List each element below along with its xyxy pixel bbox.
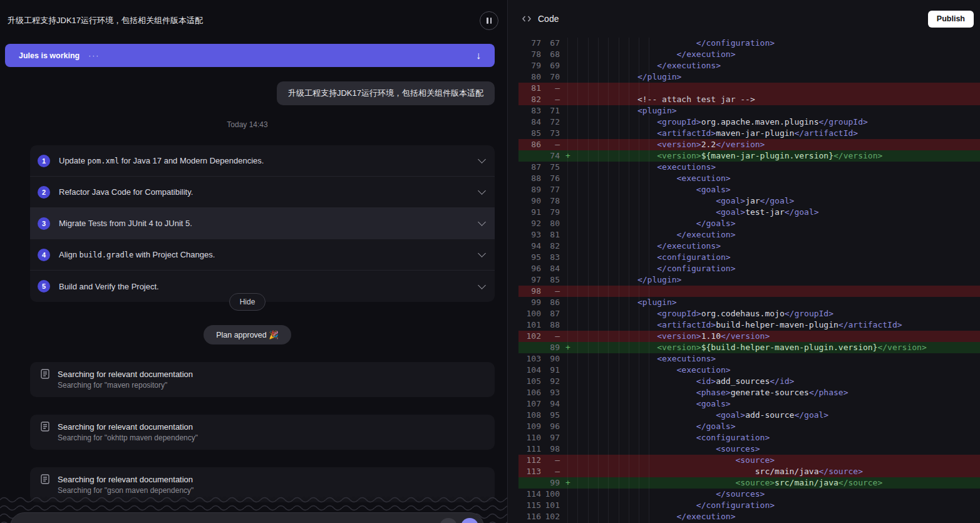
send-button[interactable] [461,518,478,523]
diff-line-ctx: 9078 <goal>jar</goal> [518,195,980,207]
line-number-old: 89 [518,184,545,195]
line-number-new: 99 [545,477,564,489]
tab-code[interactable]: Code [538,14,559,24]
message-input[interactable] [10,512,484,523]
chevron-down-icon[interactable] [478,155,486,163]
line-number-new: — [545,139,564,150]
diff-marker [564,398,572,410]
diff-marker [564,410,572,421]
activity-card[interactable]: Searching for relevant documentationSear… [30,362,495,397]
step-label: Migrate Tests from JUnit 4 to JUnit 5. [59,219,192,228]
code-text: <plugin> [572,105,980,117]
activity-card[interactable]: Searching for relevant documentationSear… [30,415,495,450]
code-text: </goals> [572,421,980,432]
diff-line-del: 112— <source> [518,455,980,466]
diff-marker [564,274,572,286]
publish-button[interactable]: Publish [928,11,974,28]
diff-marker [564,286,572,297]
line-number-new: 89 [545,342,564,353]
line-number-new: 87 [545,308,564,319]
plan-step-4[interactable]: 4Align build.gradle with Project Changes… [30,239,495,271]
diff-line-del: 82— <!-- attach test jar --> [518,94,980,105]
line-number-old: 105 [518,376,545,387]
status-text: Jules is working [19,51,80,60]
line-number-new: 83 [545,252,564,263]
status-banner[interactable]: Jules is working ··· ↓ [5,44,495,67]
line-number-new: 97 [545,432,564,443]
line-number-old: 109 [518,421,545,432]
diff-marker [564,60,572,71]
diff-marker [564,207,572,218]
code-text: <goals> [572,184,980,195]
plan-step-2[interactable]: 2Refactor Java Code for Compatibility. [30,177,495,208]
line-number-new: 80 [545,218,564,229]
diff-marker [564,421,572,432]
app-root: 升级工程支持JDK17运行环境，包括相关组件版本适配 Jules is work… [0,0,980,523]
diff-view: 7767 </configuration>7868 </execution>79… [518,38,980,523]
line-number-old [518,342,545,353]
diff-line-ctx: 9179 <goal>test-jar</goal> [518,207,980,218]
line-number-old: 84 [518,117,545,128]
hide-button-wrap: Hide [0,293,495,311]
code-text: <artifactId>maven-jar-plugin</artifactId… [572,128,980,139]
activity-title: Searching for relevant documentation [58,422,198,432]
code-text: <source>src/main/java</source> [572,477,980,489]
diff-line-add: 89+ <version>${build-helper-maven-plugin… [518,342,980,353]
line-number-old: 82 [518,94,545,105]
code-panel-header: Code Publish [508,0,980,38]
code-text [572,83,980,94]
line-number-old: 102 [518,331,545,342]
voice-button[interactable] [440,518,457,523]
chevron-down-icon[interactable] [478,218,486,226]
line-number-new: 79 [545,207,564,218]
line-number-new: 85 [545,274,564,286]
diff-line-ctx: 10390 <executions> [518,353,980,365]
code-text: <groupId>org.codehaus.mojo</groupId> [572,308,980,319]
diff-marker [564,365,572,376]
line-number-new: 73 [545,128,564,139]
diff-marker [564,128,572,139]
code-panel: Code Publish 7767 </configuration>7868 <… [507,0,980,523]
diff-marker [564,308,572,319]
line-number-old [518,477,545,489]
activity-card[interactable]: Searching for relevant documentationSear… [30,467,495,502]
diff-marker [564,139,572,150]
code-text: </configuration> [572,38,980,49]
diff-line-ctx: 8472 <groupId>org.apache.maven.plugins</… [518,117,980,128]
line-number-new: 88 [545,319,564,331]
line-number-new: 72 [545,117,564,128]
line-number-old: 110 [518,432,545,443]
line-number-old: 103 [518,353,545,365]
line-number-old: 90 [518,195,545,207]
diff-marker [564,319,572,331]
line-number-old: 88 [518,173,545,184]
diff-line-ctx: 116102 </execution> [518,511,980,522]
code-text: <version>${build-helper-maven-plugin.ver… [572,342,980,353]
code-text: </executions> [572,60,980,71]
step-number-badge: 4 [38,249,50,261]
diff-marker [564,184,572,195]
code-text [572,286,980,297]
line-number-old: 79 [518,60,545,71]
diff-marker [564,195,572,207]
pause-button[interactable] [480,11,498,30]
diff-line-ctx: 115101 </configuration> [518,500,980,511]
chevron-down-icon[interactable] [478,187,486,195]
hide-button[interactable]: Hide [229,293,266,311]
code-text: </sources> [572,489,980,500]
arrow-down-icon[interactable]: ↓ [476,51,481,61]
chevron-down-icon[interactable] [478,249,486,257]
diff-line-ctx: 114100 </sources> [518,489,980,500]
chevron-down-icon[interactable] [478,281,486,289]
document-icon [40,474,50,487]
diff-line-del: 113— src/main/java</source> [518,466,980,477]
plan-step-3[interactable]: 3Migrate Tests from JUnit 4 to JUnit 5. [30,208,495,239]
line-number-old: 83 [518,105,545,117]
diff-line-ctx: 8070 </plugin> [518,71,980,83]
plan-step-1[interactable]: 1Update pom.xml for Java 17 and Modern D… [30,145,495,177]
code-text: <!-- attach test jar --> [572,94,980,105]
diff-line-ctx: 9986 <plugin> [518,297,980,308]
line-number-old: 91 [518,207,545,218]
diff-line-del: 102— <version>1.10</version> [518,331,980,342]
diff-line-ctx: 9785 </plugin> [518,274,980,286]
